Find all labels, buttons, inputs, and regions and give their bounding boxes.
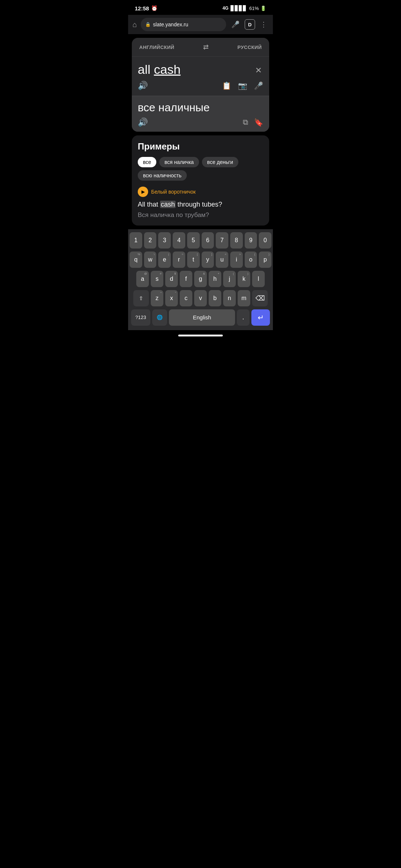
lock-icon: 🔒 bbox=[145, 22, 151, 27]
chip-vsiu-nalichnost[interactable]: всю наличность bbox=[138, 170, 187, 181]
key-m[interactable]: m bbox=[238, 290, 250, 306]
key-5[interactable]: 5 bbox=[187, 232, 200, 249]
swap-languages-button[interactable]: ⇄ bbox=[203, 43, 209, 51]
key-w[interactable]: \w bbox=[144, 251, 157, 268]
key-t[interactable]: [t bbox=[187, 251, 200, 268]
shift-key[interactable]: ⇧ bbox=[133, 290, 149, 306]
key-8[interactable]: 8 bbox=[230, 232, 243, 249]
input-right-icons: 📋 📷 🎤 bbox=[222, 81, 263, 90]
camera-button[interactable]: 📷 bbox=[238, 81, 247, 90]
url-text: slate.yandex.ru bbox=[153, 22, 222, 27]
key-k[interactable]: )k bbox=[238, 271, 250, 287]
home-bar bbox=[178, 335, 223, 336]
keyboard-qwerty-row: %q \w |e =r [t ]y <u >i {o }p bbox=[130, 251, 271, 268]
key-i[interactable]: >i bbox=[230, 251, 243, 268]
input-area: all cash ✕ 🔊 📋 📷 🎤 bbox=[132, 57, 269, 96]
url-bar[interactable]: 🔒 slate.yandex.ru bbox=[141, 18, 226, 31]
keyboard-bottom-row: ?123 🌐 English . ↵ bbox=[130, 309, 271, 329]
chip-vsia-nalichka[interactable]: вся наличка bbox=[159, 157, 199, 167]
key-0[interactable]: 0 bbox=[259, 232, 271, 249]
mic-input-button[interactable]: 🎤 bbox=[254, 81, 263, 90]
result-right-icons: ⧉ 🔖 bbox=[243, 118, 263, 127]
key-x[interactable]: "x bbox=[165, 290, 178, 306]
result-actions: 🔊 ⧉ 🔖 bbox=[138, 118, 263, 127]
key-r[interactable]: =r bbox=[173, 251, 185, 268]
input-action-bar: 🔊 📋 📷 🎤 bbox=[138, 81, 263, 92]
status-time: 12:58 ⏰ bbox=[135, 5, 157, 11]
signal-bars-icon: ▊▊▊▊ bbox=[231, 5, 247, 11]
copy-result-button[interactable]: ⧉ bbox=[243, 118, 248, 126]
key-1[interactable]: 1 bbox=[130, 232, 142, 249]
key-n[interactable]: n bbox=[223, 290, 236, 306]
key-6[interactable]: 6 bbox=[202, 232, 214, 249]
more-options-button[interactable]: ⋮ bbox=[259, 19, 268, 30]
home-indicator bbox=[128, 330, 273, 341]
key-h[interactable]: +h bbox=[209, 271, 221, 287]
key-l[interactable]: l bbox=[252, 271, 265, 287]
signal-label: 4G bbox=[222, 6, 228, 11]
speaker-button[interactable]: 🔊 bbox=[138, 81, 148, 91]
input-text-display[interactable]: all cash bbox=[138, 62, 254, 77]
key-u[interactable]: <u bbox=[216, 251, 228, 268]
key-j[interactable]: (j bbox=[223, 271, 236, 287]
key-c[interactable]: c bbox=[180, 290, 192, 306]
result-text: все наличные bbox=[138, 101, 263, 114]
key-f[interactable]: -f bbox=[180, 271, 192, 287]
key-d[interactable]: $d bbox=[165, 271, 178, 287]
status-right-icons: 4G ▊▊▊▊ 61% 🔋 bbox=[222, 5, 266, 11]
result-speaker-button[interactable]: 🔊 bbox=[138, 118, 148, 127]
time-display: 12:58 bbox=[135, 5, 149, 11]
key-y[interactable]: ]y bbox=[202, 251, 214, 268]
key-7[interactable]: 7 bbox=[216, 232, 228, 249]
lang-from-label[interactable]: АНГЛИЙСКИЙ bbox=[139, 45, 175, 50]
keyboard-zxcv-row: ⇧ *z "x c v b n m ⌫ bbox=[130, 290, 271, 306]
example-russian: Вся наличка по трубам? bbox=[138, 211, 263, 220]
filter-chips: все вся наличка все деньги всю наличност… bbox=[138, 157, 263, 181]
space-key[interactable]: English bbox=[169, 309, 235, 326]
key-a[interactable]: @a bbox=[136, 271, 149, 287]
example-source: ▶ Белый воротничок bbox=[138, 187, 263, 197]
result-area: все наличные 🔊 ⧉ 🔖 bbox=[132, 96, 269, 132]
example-english: All that cash through tubes? bbox=[138, 200, 263, 209]
key-p[interactable]: }p bbox=[259, 251, 271, 268]
alarm-icon: ⏰ bbox=[151, 5, 157, 11]
battery-icon: 61% 🔋 bbox=[249, 6, 266, 11]
globe-key[interactable]: 🌐 bbox=[152, 309, 167, 326]
source-name: Белый воротничок bbox=[151, 189, 196, 195]
keyboard: 1 2 3 4 5 6 7 8 9 0 %q \w |e =r [t ]y <u… bbox=[128, 229, 273, 330]
examples-title: Примеры bbox=[138, 141, 263, 152]
key-3[interactable]: 3 bbox=[158, 232, 171, 249]
browser-mic-button[interactable]: 🎤 bbox=[230, 19, 241, 30]
key-b[interactable]: b bbox=[209, 290, 221, 306]
translator-container: АНГЛИЙСКИЙ ⇄ РУССКИЙ all cash ✕ 🔊 📋 📷 🎤 … bbox=[132, 38, 269, 132]
key-q[interactable]: %q bbox=[130, 251, 142, 268]
clear-input-button[interactable]: ✕ bbox=[254, 64, 263, 77]
status-bar: 12:58 ⏰ 4G ▊▊▊▊ 61% 🔋 bbox=[128, 0, 273, 15]
key-2[interactable]: 2 bbox=[144, 232, 157, 249]
examples-section: Примеры все вся наличка все деньги всю н… bbox=[132, 135, 269, 226]
underlined-word: cash bbox=[154, 62, 180, 76]
return-key[interactable]: ↵ bbox=[251, 309, 270, 326]
key-9[interactable]: 9 bbox=[245, 232, 257, 249]
clipboard-button[interactable]: 📋 bbox=[222, 81, 231, 90]
chip-all[interactable]: все bbox=[138, 157, 156, 167]
lang-to-label[interactable]: РУССКИЙ bbox=[238, 45, 262, 50]
tabs-button[interactable]: D bbox=[245, 19, 255, 30]
delete-key[interactable]: ⌫ bbox=[252, 290, 268, 306]
key-g[interactable]: &g bbox=[194, 271, 207, 287]
numbers-key[interactable]: ?123 bbox=[131, 309, 150, 326]
browser-bar: ⌂ 🔒 slate.yandex.ru 🎤 D ⋮ bbox=[128, 15, 273, 34]
keyboard-asdf-row: @a #s $d -f &g +h (j )k l bbox=[130, 271, 271, 287]
period-key[interactable]: . bbox=[237, 309, 250, 326]
key-o[interactable]: {o bbox=[245, 251, 257, 268]
key-4[interactable]: 4 bbox=[173, 232, 185, 249]
key-s[interactable]: #s bbox=[151, 271, 163, 287]
home-button[interactable]: ⌂ bbox=[133, 20, 137, 29]
key-z[interactable]: *z bbox=[151, 290, 163, 306]
key-e[interactable]: |e bbox=[158, 251, 171, 268]
chip-vse-dengi[interactable]: все деньги bbox=[202, 157, 238, 167]
bookmark-button[interactable]: 🔖 bbox=[254, 118, 263, 127]
key-v[interactable]: v bbox=[194, 290, 207, 306]
play-source-button[interactable]: ▶ bbox=[138, 187, 148, 197]
language-bar: АНГЛИЙСКИЙ ⇄ РУССКИЙ bbox=[132, 38, 269, 57]
